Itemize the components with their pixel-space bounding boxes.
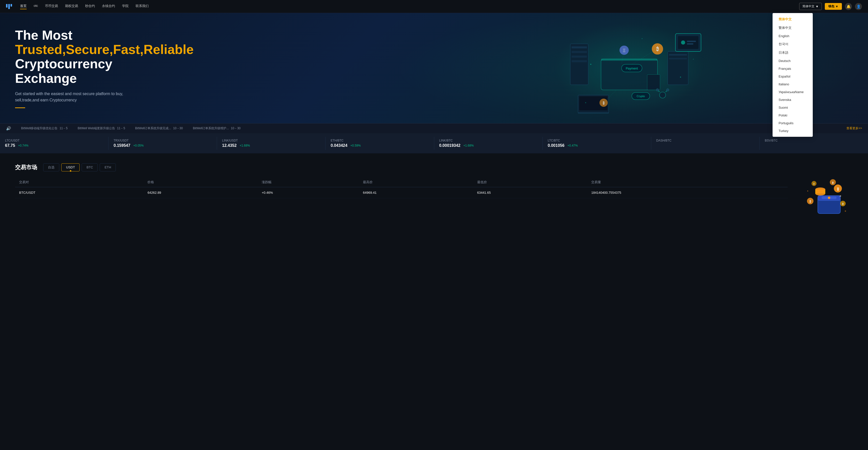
navbar: 首页 otc 币币交易 期权交易 秒合约 永续合约 学院 联系我们 简体中文 ▼… <box>0 0 868 13</box>
col-header-volume: 交易量 <box>587 178 787 187</box>
lang-option-korean[interactable]: 한국어 <box>773 40 813 49</box>
price-row-5: 0.00019342 +1.68% <box>439 143 537 148</box>
price-card-link-usdt[interactable]: LINK/USDT 12.4352 +1.68% <box>217 137 326 150</box>
market-table: 交易对 价格 涨跌幅 最高价 最低价 交易量 BTC/USDT 64262.89… <box>15 178 787 198</box>
hero-highlight: Trusted,Secure,Fast,Reliable <box>15 42 194 57</box>
svg-point-72 <box>840 195 841 197</box>
svg-text:Crypto: Crypto <box>637 95 645 98</box>
svg-point-73 <box>807 191 808 192</box>
svg-rect-21 <box>647 74 660 90</box>
price-card-dash-btc[interactable]: DASH/BTC <box>651 137 760 150</box>
price-pair-7: DASH/BTC <box>656 139 754 142</box>
price-row-6: 0.001056 +0.47% <box>548 143 646 148</box>
price-card-ltc-usdt[interactable]: LTC/USDT 67.75 +0.74% <box>0 137 108 150</box>
lang-option-spanish[interactable]: Español <box>773 72 813 80</box>
svg-text:₿: ₿ <box>809 200 811 203</box>
price-pair-6: LTC/BTC <box>548 139 646 142</box>
cell-change-1: +0.46% <box>258 187 359 198</box>
nav-contact[interactable]: 联系我们 <box>135 4 149 9</box>
lang-option-ukrainian[interactable]: УкраїнськаName <box>773 88 813 96</box>
lang-option-polish[interactable]: Polski <box>773 111 813 119</box>
price-change-4: +0.59% <box>350 144 361 147</box>
table-head: 交易对 价格 涨跌幅 最高价 最低价 交易量 <box>15 178 787 187</box>
price-card-link-btc[interactable]: LINK/BTC 0.00019342 +1.68% <box>434 137 543 150</box>
lang-option-portuguese[interactable]: Português <box>773 119 813 127</box>
hero-subtitle: Get started with the easiest and most se… <box>15 91 161 103</box>
price-card-bsv-btc[interactable]: BSV/BTC <box>760 137 868 150</box>
nav-spot[interactable]: 币币交易 <box>45 4 58 9</box>
wallet-button[interactable]: 钱包 ▼ <box>825 3 842 10</box>
logo-bar-3 <box>10 4 12 6</box>
svg-rect-25 <box>687 41 696 42</box>
market-layout: 交易市场 自选 USDT BTC ETH 交易对 价格 涨跌幅 最高价 最低价 <box>15 163 853 219</box>
col-header-high: 最高价 <box>359 178 473 187</box>
logo-bar-1 <box>6 4 7 7</box>
price-value-4: 0.043424 <box>331 143 347 148</box>
lang-option-simplified-chinese[interactable]: 简体中文 <box>773 15 813 24</box>
lang-option-english[interactable]: English <box>773 32 813 40</box>
wallet-label: 钱包 <box>828 4 834 8</box>
ticker-item-3: BitWell订单系统升级完成... 10－30 <box>135 126 183 130</box>
nav-otc[interactable]: otc <box>34 4 38 9</box>
svg-rect-13 <box>570 44 588 85</box>
coins-svg: ₿ ₿ ₿ ₿ ₿ <box>800 168 850 219</box>
lang-option-finnish[interactable]: Suomi <box>773 104 813 111</box>
col-header-change: 涨跌幅 <box>258 178 359 187</box>
lang-option-italian[interactable]: Italiano <box>773 80 813 88</box>
nav-academy[interactable]: 学院 <box>122 4 129 9</box>
notification-bell[interactable]: 🔔 <box>845 3 852 10</box>
price-card-trx-usdt[interactable]: TRX/USDT 0.159547 +0.05% <box>108 137 217 150</box>
price-change-3: +1.68% <box>240 144 250 147</box>
price-row-3: 12.4352 +1.68% <box>222 143 320 148</box>
lang-option-japanese[interactable]: 日本語 <box>773 49 813 57</box>
svg-point-50 <box>642 38 643 39</box>
price-change-6: +0.47% <box>567 144 578 147</box>
svg-point-56 <box>828 196 830 199</box>
lang-arrow-icon: ▼ <box>815 5 818 8</box>
user-avatar[interactable]: 👤 <box>855 3 862 10</box>
nav-options[interactable]: 期权交易 <box>65 4 78 9</box>
nav-seconds[interactable]: 秒合约 <box>85 4 95 9</box>
logo-bar-2 <box>8 4 10 9</box>
lang-option-french[interactable]: Français <box>773 65 813 72</box>
price-card-eth-btc[interactable]: ETH/BTC 0.043424 +0.59% <box>326 137 434 150</box>
hero-title-line1: The Most Trusted,Secure,Fast,Reliable <box>15 28 161 57</box>
ticker-item-2: BitWell Web端更新升级公告 11－5 <box>78 126 125 130</box>
lang-option-traditional-chinese[interactable]: 繁体中文 <box>773 24 813 32</box>
svg-point-74 <box>845 210 846 212</box>
tab-eth[interactable]: ETH <box>100 163 116 171</box>
svg-rect-17 <box>571 60 587 62</box>
nav-perpetual[interactable]: 永续合约 <box>102 4 115 9</box>
price-change-2: +0.05% <box>133 144 144 147</box>
svg-point-52 <box>693 59 694 60</box>
nav-home[interactable]: 首页 <box>20 4 27 9</box>
market-section: 交易市场 自选 USDT BTC ETH 交易对 价格 涨跌幅 最高价 最低价 <box>0 153 868 229</box>
tab-btc[interactable]: BTC <box>82 163 98 171</box>
price-value-5: 0.00019342 <box>439 143 461 148</box>
lang-option-german[interactable]: Deutsch <box>773 57 813 65</box>
language-button[interactable]: 简体中文 ▼ <box>799 3 822 10</box>
svg-point-40 <box>659 92 665 98</box>
col-header-pair: 交易对 <box>15 178 144 187</box>
market-title: 交易市场 <box>15 164 37 171</box>
language-dropdown: 简体中文 繁体中文 English 한국어 日本語 Deutsch França… <box>773 13 813 137</box>
ticker-item-1: BitWell移动端升级优化公告 11－5 <box>21 126 68 130</box>
lang-option-turkish[interactable]: Turkey <box>773 127 813 135</box>
ticker-item-4: BitWell订单系统升级维护... 10－30 <box>193 126 241 130</box>
market-left: 交易市场 自选 USDT BTC ETH 交易对 价格 涨跌幅 最高价 最低价 <box>15 163 787 219</box>
svg-point-51 <box>585 102 586 103</box>
svg-point-61 <box>815 188 825 192</box>
svg-rect-18 <box>668 52 688 85</box>
price-value-2: 0.159547 <box>114 143 130 148</box>
tab-favorites[interactable]: 自选 <box>43 163 59 171</box>
tab-usdt[interactable]: USDT <box>61 163 80 171</box>
price-card-ltc-btc[interactable]: LTC/BTC 0.001056 +0.47% <box>543 137 651 150</box>
table-row[interactable]: BTC/USDT 64262.89 +0.46% 64969.41 63441.… <box>15 187 787 198</box>
svg-point-43 <box>656 89 659 91</box>
svg-point-24 <box>681 40 685 44</box>
svg-rect-19 <box>669 54 687 56</box>
lang-option-swedish[interactable]: Svenska <box>773 96 813 104</box>
ticker-more-link[interactable]: 查看更多>> <box>846 126 862 130</box>
logo[interactable] <box>6 4 12 9</box>
nav-right: 简体中文 ▼ 钱包 ▼ 🔔 👤 <box>799 3 862 10</box>
